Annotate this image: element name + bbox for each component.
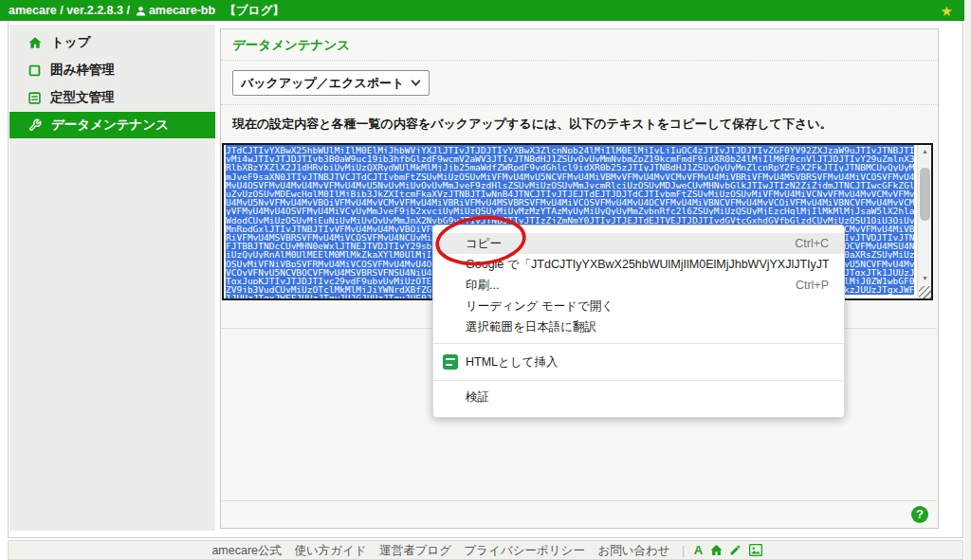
menu-item-google-search[interactable]: Google で「JTdCJTIyYXBwX25hbWUlMjIlM0ElMjJ… [433, 254, 844, 275]
insert-html-icon [443, 354, 458, 370]
image-icon[interactable] [749, 544, 762, 560]
textarea-scrollbar[interactable]: ▲ ▼ [917, 145, 931, 298]
scroll-up-icon[interactable]: ▲ [918, 145, 932, 158]
menu-item-translate[interactable]: 選択範囲を日本語に翻訳 [433, 316, 844, 337]
mode-select-value: バックアップ／エクスポート [241, 75, 411, 92]
footer-link-privacy[interactable]: プライバシーポリシー [465, 544, 585, 557]
backup-instruction: 現在の設定内容と各種一覧の内容をバックアップするには、以下のテキストをコピーして… [221, 105, 938, 139]
page-title: データメンテナンス [221, 29, 938, 61]
template-icon [28, 92, 41, 104]
app-title: amecare / ver.2.2.8.3 / [9, 4, 130, 17]
app-header: amecare / ver.2.2.8.3 /amecare-bb 【ブログ】 … [0, 0, 964, 21]
menu-separator [433, 380, 844, 381]
sidebar-item-box-frame[interactable]: 囲み枠管理 [9, 57, 215, 83]
scroll-down-icon[interactable]: ▼ [918, 272, 932, 285]
footer-link-official[interactable]: amecare公式 [211, 544, 282, 557]
bookmark-star-icon[interactable]: ★ [941, 1, 953, 22]
box-frame-icon [28, 64, 41, 77]
sidebar-item-label: データメンテナンス [51, 117, 169, 134]
footer-link-contact[interactable]: お問い合わせ [597, 544, 669, 557]
footer-divider: | [682, 544, 685, 557]
user-icon [136, 2, 146, 23]
pencil-icon[interactable] [729, 544, 742, 560]
mode-select[interactable]: バックアップ／エクスポート [232, 70, 430, 96]
blog-label: 【ブログ】 [225, 4, 284, 17]
menu-separator [433, 343, 844, 344]
wrench-icon [28, 118, 42, 132]
sidebar: トップ 囲み枠管理 定型文管理 データメンテナンス [9, 25, 215, 531]
menu-item-print[interactable]: 印刷... Ctrl+P [433, 275, 844, 296]
sidebar-item-label: 囲み枠管理 [50, 62, 115, 79]
letter-a-icon[interactable]: A [694, 541, 703, 559]
sidebar-item-template[interactable]: 定型文管理 [9, 84, 215, 111]
scrollbar-thumb[interactable] [920, 168, 930, 221]
footer: amecare公式 使い方ガイド 運営者ブログ プライバシーポリシー お問い合わ… [8, 540, 963, 560]
resize-handle[interactable] [919, 286, 931, 298]
home-icon[interactable] [710, 544, 723, 560]
footer-link-guide[interactable]: 使い方ガイド [295, 544, 367, 557]
menu-item-reading-mode[interactable]: リーディング モードで開く [433, 296, 844, 316]
scrollbar-gutter [964, 0, 971, 560]
sidebar-item-label: トップ [51, 34, 90, 51]
context-menu: コピー Ctrl+C Google で「JTdCJTIyYXBwX25hbWUl… [432, 225, 845, 418]
menu-item-insert-html[interactable]: HTMLとして挿入 [433, 350, 844, 374]
shortcut-label: Ctrl+C [795, 233, 829, 254]
menu-item-inspect[interactable]: 検証 [433, 387, 844, 407]
help-button[interactable]: ? [911, 506, 928, 523]
sidebar-item-top[interactable]: トップ [9, 29, 215, 56]
chevron-down-icon [411, 80, 421, 86]
control-row: バックアップ／エクスポート [221, 61, 938, 105]
footer-link-blog[interactable]: 運営者ブログ [379, 544, 451, 557]
shortcut-label: Ctrl+P [796, 275, 829, 296]
sidebar-item-data-maintenance[interactable]: データメンテナンス [9, 112, 215, 138]
sidebar-item-label: 定型文管理 [50, 89, 115, 106]
menu-item-copy[interactable]: コピー Ctrl+C [433, 233, 844, 254]
help-row: ? [222, 500, 937, 528]
home-icon [28, 36, 42, 49]
username: amecare-bb [149, 4, 215, 17]
